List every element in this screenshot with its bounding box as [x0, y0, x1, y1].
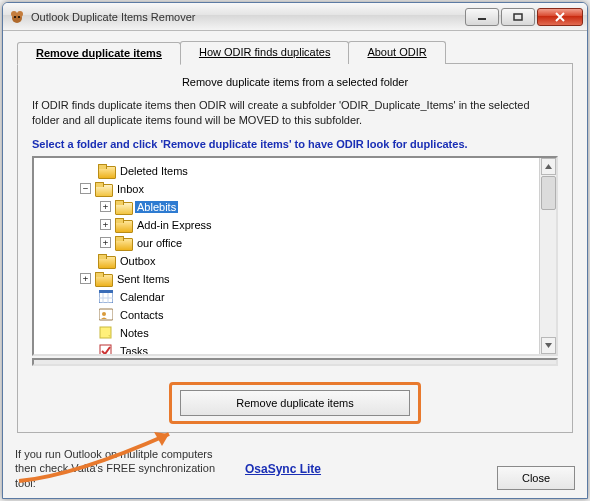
expand-icon[interactable]: + [80, 273, 91, 284]
action-highlight-box: Remove duplicate items [169, 382, 421, 424]
expand-icon[interactable]: + [100, 219, 111, 230]
tab-remove-duplicates[interactable]: Remove duplicate items [17, 42, 181, 65]
svg-point-1 [11, 11, 17, 17]
svg-rect-14 [100, 327, 111, 338]
close-window-button[interactable] [537, 8, 583, 26]
tree-label-selected: Ablebits [135, 201, 178, 213]
svg-rect-8 [99, 290, 113, 293]
svg-point-4 [18, 16, 20, 18]
tree-node-tasks[interactable]: Tasks [40, 342, 554, 356]
footer-text: If you run Outlook on mulitple computers… [15, 447, 235, 490]
tree-label: Sent Items [115, 273, 172, 285]
tree-label: Calendar [118, 291, 167, 303]
tabstrip: Remove duplicate items How ODIR finds du… [17, 41, 573, 64]
tasks-icon [98, 344, 114, 356]
collapse-icon[interactable]: − [80, 183, 91, 194]
tree-node-sent-items[interactable]: + Sent Items [40, 270, 554, 288]
tree-scrollbar[interactable] [539, 158, 556, 354]
svg-rect-5 [478, 18, 486, 20]
maximize-button[interactable] [501, 8, 535, 26]
contacts-icon [98, 308, 114, 322]
tree-label: Add-in Express [135, 219, 214, 231]
panel-heading: Remove duplicate items from a selected f… [32, 76, 558, 88]
remove-duplicates-button[interactable]: Remove duplicate items [180, 390, 410, 416]
minimize-button[interactable] [465, 8, 499, 26]
tree-node-calendar[interactable]: Calendar [40, 288, 554, 306]
tree-node-addin-express[interactable]: + Add-in Express [60, 216, 554, 234]
tree-node-our-office[interactable]: + our office [60, 234, 554, 252]
window-title: Outlook Duplicate Items Remover [31, 11, 463, 23]
tree-label: Notes [118, 327, 151, 339]
svg-point-2 [17, 11, 23, 17]
folder-icon [98, 254, 114, 268]
expand-icon[interactable]: + [100, 237, 111, 248]
tab-how-odir-finds[interactable]: How ODIR finds duplicates [180, 41, 349, 64]
folder-open-icon [95, 182, 111, 196]
titlebar: Outlook Duplicate Items Remover [3, 3, 587, 31]
notes-icon [98, 326, 114, 340]
tree-label: our office [135, 237, 184, 249]
panel-instruction: Select a folder and click 'Remove duplic… [32, 138, 558, 150]
tree-node-notes[interactable]: Notes [40, 324, 554, 342]
folder-icon [98, 164, 114, 178]
folder-icon [95, 272, 111, 286]
folder-icon [115, 236, 131, 250]
tree-label: Inbox [115, 183, 146, 195]
folder-tree[interactable]: Deleted Items − Inbox + [32, 156, 558, 356]
window-controls [463, 8, 583, 26]
close-button[interactable]: Close [497, 466, 575, 490]
tree-node-inbox[interactable]: − Inbox [40, 180, 554, 198]
tree-node-deleted-items[interactable]: Deleted Items [40, 162, 554, 180]
tree-label: Tasks [118, 345, 150, 356]
calendar-icon [98, 290, 114, 304]
tree-node-contacts[interactable]: Contacts [40, 306, 554, 324]
panel-description: If ODIR finds duplicate items then ODIR … [32, 98, 558, 128]
tree-node-outbox[interactable]: Outbox [40, 252, 554, 270]
tree-label: Contacts [118, 309, 165, 321]
svg-point-3 [14, 16, 16, 18]
app-window: Outlook Duplicate Items Remover Remove d… [2, 2, 588, 499]
scroll-up-button[interactable] [541, 158, 556, 175]
app-icon [9, 9, 25, 25]
tab-about-odir[interactable]: About ODIR [348, 41, 445, 64]
horizontal-scrollbar[interactable] [32, 358, 558, 366]
svg-rect-6 [514, 14, 522, 20]
expand-icon[interactable]: + [100, 201, 111, 212]
tree-label: Deleted Items [118, 165, 190, 177]
tree-node-ablebits[interactable]: + Ablebits [60, 198, 554, 216]
scroll-down-button[interactable] [541, 337, 556, 354]
svg-point-13 [102, 312, 106, 316]
tree-label: Outbox [118, 255, 157, 267]
footer: If you run Outlook on mulitple computers… [3, 441, 587, 498]
scroll-thumb[interactable] [541, 176, 556, 210]
folder-icon [115, 218, 131, 232]
folder-open-icon [115, 200, 131, 214]
osasync-link[interactable]: OsaSync Lite [245, 462, 321, 476]
tab-panel: Remove duplicate items from a selected f… [17, 63, 573, 433]
